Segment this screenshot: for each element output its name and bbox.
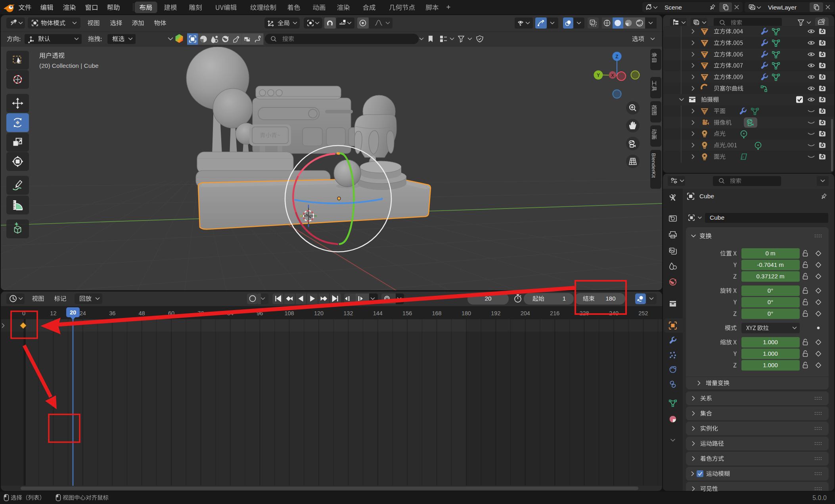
svg-text:204: 204	[521, 310, 530, 316]
svg-text:Y: Y	[597, 73, 600, 78]
svg-text:Z: Z	[615, 54, 618, 59]
svg-text:0 m: 0 m	[765, 250, 775, 257]
svg-text:X: X	[611, 73, 614, 78]
svg-text:168: 168	[432, 310, 441, 316]
svg-text:1.000: 1.000	[763, 362, 778, 368]
svg-text:216: 216	[550, 310, 559, 316]
svg-text:1.000: 1.000	[763, 350, 778, 357]
svg-text:0°: 0°	[768, 299, 773, 305]
svg-text:Cube: Cube	[699, 193, 714, 199]
svg-text:132: 132	[343, 310, 353, 316]
svg-text:1.000: 1.000	[763, 339, 778, 345]
svg-text:108: 108	[284, 310, 294, 316]
svg-text:20: 20	[485, 295, 492, 302]
svg-text:180: 180	[605, 295, 615, 302]
svg-text:36: 36	[109, 310, 115, 316]
svg-text:20: 20	[70, 309, 76, 316]
svg-text:180: 180	[462, 310, 471, 316]
svg-text:ViewLayer: ViewLayer	[768, 4, 797, 11]
svg-text:(20) Collection | Cube: (20) Collection | Cube	[39, 62, 99, 69]
svg-text:-0.7041 m: -0.7041 m	[757, 261, 784, 268]
svg-text:192: 192	[491, 310, 500, 316]
svg-text:156: 156	[402, 310, 412, 316]
svg-text:48: 48	[139, 310, 145, 316]
svg-text:Cube: Cube	[710, 214, 724, 221]
svg-text:0°: 0°	[768, 310, 773, 317]
svg-text:1: 1	[563, 295, 566, 302]
svg-text:144: 144	[373, 310, 383, 316]
svg-text:12: 12	[50, 310, 56, 316]
svg-text:252: 252	[638, 310, 648, 316]
svg-text:24: 24	[80, 310, 86, 316]
svg-text:5.0.0: 5.0.0	[812, 494, 827, 501]
svg-text:BlenderKit: BlenderKit	[651, 153, 657, 178]
svg-text:0.37122 m: 0.37122 m	[756, 273, 785, 280]
svg-text:Scene: Scene	[665, 4, 682, 11]
svg-text:120: 120	[314, 310, 324, 316]
svg-text:0°: 0°	[768, 287, 773, 294]
